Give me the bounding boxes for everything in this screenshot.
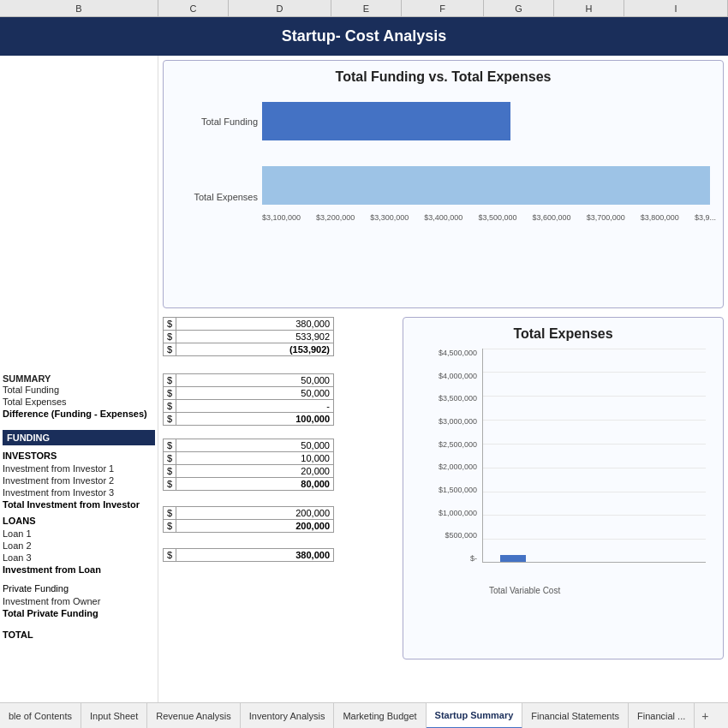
y-label: $1,500,000 — [439, 486, 477, 494]
table-row: $ 200,000 — [164, 520, 334, 533]
loan2-label: Loan 2 — [3, 540, 155, 552]
right-chart-title: Total Expenses — [412, 326, 714, 342]
tab-bar: ble of Contents Input Sheet Revenue Anal… — [0, 702, 728, 728]
y-label: $500,000 — [445, 531, 477, 540]
tab-financial-ellipsis[interactable]: Financial ... — [629, 703, 695, 729]
sidebar: SUMMARY Total Funding Total Expenses Dif… — [0, 56, 158, 702]
table-row: $ 50,000 — [164, 439, 334, 452]
bar-expenses — [262, 166, 710, 205]
investors-values-table: $ 50,000 $ 50,000 $ - $ — [163, 373, 334, 426]
investor2-label: Investment from Investor 2 — [3, 474, 155, 486]
investor1-label: Investment from Investor 1 — [3, 462, 155, 474]
y-label: $2,500,000 — [439, 440, 477, 449]
loan1-label: Loan 1 — [3, 528, 155, 540]
col-d: D — [229, 0, 331, 16]
tab-startup-summary[interactable]: Startup Summary — [427, 703, 523, 729]
y-label: $3,000,000 — [439, 417, 477, 426]
v-bar — [500, 555, 526, 562]
table-row: $ 20,000 — [164, 465, 334, 478]
loan3-label: Loan 3 — [3, 552, 155, 564]
y-label: $- — [470, 554, 477, 563]
table-row: $ 380,000 — [164, 318, 334, 331]
table-row: $ 80,000 — [164, 478, 334, 491]
investment-from-loan-label: Investment from Loan — [3, 564, 155, 576]
table-row: $ 50,000 — [164, 387, 334, 400]
bottom-area: $ 380,000 $ 533,902 $ (153,902) — [163, 317, 724, 659]
col-e: E — [331, 0, 402, 16]
tab-inventory-analysis[interactable]: Inventory Analysis — [241, 703, 335, 729]
x-axis: $3,100,000 $3,200,000 $3,300,000 $3,400,… — [262, 213, 716, 222]
total-label: TOTAL — [3, 628, 155, 641]
add-tab-button[interactable]: + — [695, 709, 715, 723]
table-row: $ - — [164, 400, 334, 413]
col-b: B — [0, 0, 158, 16]
difference-label: Difference (Funding - Expenses) — [3, 408, 155, 420]
y-label: $2,000,000 — [439, 462, 477, 471]
bar-label-funding: Total Funding — [176, 116, 258, 127]
tab-financial-statements[interactable]: Financial Statements — [522, 703, 629, 729]
table-row: $ (153,902) — [164, 343, 334, 356]
bar-label-expenses: Total Expenses — [176, 192, 258, 202]
loans-values-table: $ 50,000 $ 10,000 $ 20,000 $ — [163, 439, 334, 491]
total-private-label: Total Private Funding — [3, 607, 155, 619]
bar-x-label: Total Variable Cost — [489, 586, 560, 595]
table-row: $ 100,000 — [164, 413, 334, 426]
tab-marketing-budget[interactable]: Marketing Budget — [334, 703, 426, 729]
total-expenses-label: Total Expenses — [3, 396, 155, 408]
tab-table-of-contents[interactable]: ble of Contents — [0, 703, 81, 729]
left-panel: $ 380,000 $ 533,902 $ (153,902) — [163, 317, 394, 659]
top-chart-container: Total Funding vs. Total Expenses Total F… — [163, 60, 724, 308]
summary-values-table: $ 380,000 $ 533,902 $ (153,902) — [163, 317, 334, 356]
bar-funding — [262, 102, 510, 140]
content-area: Total Funding vs. Total Expenses Total F… — [158, 56, 728, 702]
funding-section-header: FUNDING — [3, 430, 155, 445]
tab-input-sheet[interactable]: Input Sheet — [81, 703, 147, 729]
summary-label: SUMMARY — [3, 373, 155, 384]
total-investor-label: Total Investment from Investor — [3, 498, 155, 510]
table-row: $ 380,000 — [164, 549, 334, 562]
top-chart-title: Total Funding vs. Total Expenses — [176, 69, 710, 85]
table-row: $ 50,000 — [164, 374, 334, 387]
total-funding-label: Total Funding — [3, 384, 155, 396]
col-h: H — [554, 0, 624, 16]
column-headers: B C D E F G H I — [0, 0, 728, 17]
table-row: $ 533,902 — [164, 331, 334, 343]
col-g: G — [484, 0, 554, 16]
table-row: $ 10,000 — [164, 452, 334, 465]
tab-revenue-analysis[interactable]: Revenue Analysis — [147, 703, 240, 729]
y-label: $4,000,000 — [439, 372, 477, 380]
funding-values: $ 50,000 $ 50,000 $ - $ — [163, 373, 394, 562]
right-panel: Total Expenses $4,500,000 $4,000,000 $3,… — [403, 317, 724, 659]
total-values-table: $ 380,000 — [163, 548, 334, 562]
investor3-label: Investment from Investor 3 — [3, 486, 155, 498]
investors-label: INVESTORS — [3, 449, 155, 462]
investment-from-owner-label: Investment from Owner — [3, 595, 155, 607]
loans-label: LOANS — [3, 514, 155, 528]
y-label: $3,500,000 — [439, 394, 477, 403]
private-funding-label: Private Funding — [3, 582, 155, 595]
col-c: C — [158, 0, 229, 16]
y-label: $1,000,000 — [439, 509, 477, 517]
table-row: $ 200,000 — [164, 507, 334, 520]
col-f: F — [402, 0, 484, 16]
page-title: Startup- Cost Analysis — [0, 17, 728, 56]
private-values-table: $ 200,000 $ 200,000 — [163, 506, 334, 533]
col-i: I — [624, 0, 728, 16]
y-label: $4,500,000 — [439, 349, 477, 357]
